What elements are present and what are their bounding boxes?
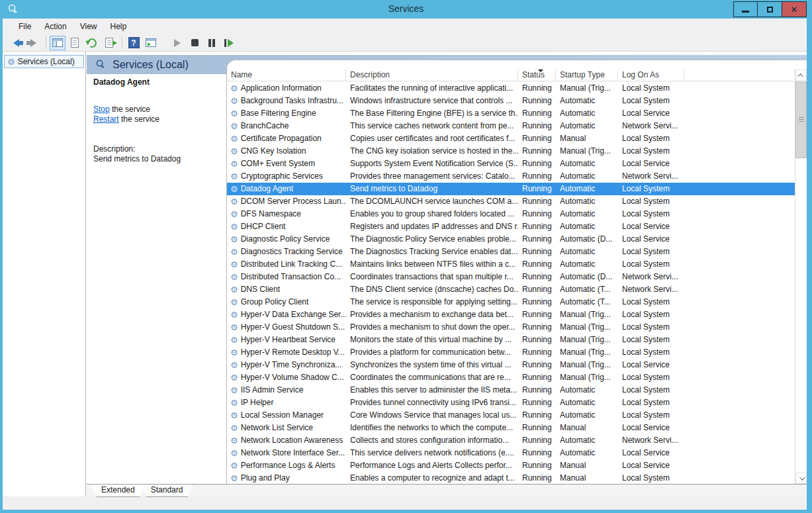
table-row[interactable]: ⚙Group Policy ClientThe service is respo…: [227, 296, 795, 308]
service-gear-icon: ⚙: [230, 310, 238, 319]
cell-status: Running: [518, 170, 556, 183]
table-row[interactable]: ⚙Application InformationFacilitates the …: [227, 82, 795, 95]
cell-name: ⚙Diagnostics Tracking Service: [227, 246, 346, 258]
table-row[interactable]: ⚙Performance Logs & AlertsPerformance Lo…: [227, 459, 795, 472]
show-action-pane-button[interactable]: [143, 36, 159, 50]
cell-log-on-as: Local System: [618, 308, 684, 321]
table-row[interactable]: ⚙DHCP ClientRegisters and updates IP add…: [227, 220, 795, 233]
service-name-label: Group Policy Client: [241, 296, 309, 308]
table-row[interactable]: ⚙BranchCacheThis service caches network …: [227, 120, 795, 132]
restart-service-button[interactable]: [221, 36, 237, 50]
column-header-startup-type[interactable]: Startup Type: [556, 70, 618, 81]
refresh-button[interactable]: [84, 36, 100, 50]
table-row[interactable]: ⚙Plug and PlayEnables a computer to reco…: [227, 472, 795, 484]
table-header: Name Description Status Startup Type Log…: [227, 70, 795, 81]
cell-log-on-as: Local System: [618, 371, 684, 384]
cell-name: ⚙DHCP Client: [227, 220, 346, 233]
minimize-icon: [742, 11, 749, 13]
table-row[interactable]: ⚙Distributed Transaction Co...Coordinate…: [227, 271, 795, 283]
cell-status: Running: [518, 334, 556, 346]
back-button[interactable]: [8, 36, 24, 50]
start-service-button[interactable]: [169, 36, 185, 50]
table-row[interactable]: ⚙DCOM Server Process Laun...The DCOMLAUN…: [227, 195, 795, 208]
forward-button[interactable]: [25, 36, 41, 50]
table-row[interactable]: ⚙Cryptographic ServicesProvides three ma…: [227, 170, 795, 183]
table-row[interactable]: ⚙Hyper-V Volume Shadow C...Coordinates t…: [227, 371, 795, 384]
cell-name: ⚙Hyper-V Guest Shutdown S...: [227, 321, 346, 334]
table-row[interactable]: ⚙Base Filtering EngineThe Base Filtering…: [227, 107, 795, 120]
scrollbar-thumb[interactable]: [795, 81, 807, 158]
table-row[interactable]: ⚙Network Location AwarenessCollects and …: [227, 434, 795, 447]
title-bar[interactable]: Services ✕: [0, 0, 812, 19]
table-row[interactable]: ⚙Hyper-V Remote Desktop V...Provides a p…: [227, 346, 795, 359]
table-row[interactable]: ⚙IP HelperProvides tunnel connectivity u…: [227, 396, 795, 409]
menu-item-file[interactable]: File: [12, 20, 38, 33]
column-header-name[interactable]: Name: [227, 70, 346, 81]
table-row[interactable]: ⚙COM+ Event SystemSupports System Event …: [227, 158, 795, 170]
cell-status: Running: [518, 145, 556, 158]
sidebar-item-services-local[interactable]: ⚙ Services (Local): [4, 55, 84, 68]
stop-service-button[interactable]: [187, 36, 203, 50]
cell-log-on-as: Local System: [618, 396, 684, 409]
stop-service-link[interactable]: Stop: [93, 105, 110, 114]
table-row[interactable]: ⚙Network List ServiceIdentifies the netw…: [227, 422, 795, 434]
table-row[interactable]: ⚙Hyper-V Heartbeat ServiceMonitors the s…: [227, 334, 795, 346]
cell-status: Running: [518, 183, 556, 195]
cell-startup-type: Automatic (D...: [556, 233, 618, 246]
properties-button[interactable]: [67, 36, 83, 50]
table-row[interactable]: ⚙CNG Key IsolationThe CNG key isolation …: [227, 145, 795, 158]
restart-service-link[interactable]: Restart: [93, 115, 119, 124]
maximize-button[interactable]: [758, 1, 782, 17]
table-row[interactable]: ⚙Diagnostic Policy ServiceThe Diagnostic…: [227, 233, 795, 246]
pause-service-button[interactable]: [204, 36, 220, 50]
panel-header-title: Services (Local): [113, 59, 189, 71]
menu-item-action[interactable]: Action: [38, 20, 73, 33]
cell-status: Running: [518, 371, 556, 384]
cell-log-on-as: Local Service: [618, 459, 684, 472]
cell-startup-type: Manual: [556, 422, 618, 434]
show-console-tree-button[interactable]: [50, 36, 66, 50]
help-button[interactable]: ?: [126, 36, 142, 50]
sort-descending-icon: [538, 70, 543, 72]
service-gear-icon: ⚙: [230, 398, 238, 407]
column-header-description[interactable]: Description: [346, 70, 518, 81]
minimize-button[interactable]: [733, 1, 758, 17]
cell-log-on-as: Network Servi...: [618, 283, 684, 296]
table-row[interactable]: ⚙DNS ClientThe DNS Client service (dnsca…: [227, 283, 795, 296]
service-name-label: Hyper-V Guest Shutdown S...: [241, 321, 345, 334]
table-row[interactable]: ⚙Datadog AgentSend metrics to DatadogRun…: [227, 183, 795, 195]
column-header-log-on-as[interactable]: Log On As: [618, 70, 684, 81]
cell-description: Coordinates the communications that are …: [346, 371, 518, 384]
cell-name: ⚙DCOM Server Process Laun...: [227, 195, 346, 208]
table-row[interactable]: ⚙Hyper-V Guest Shutdown S...Provides a m…: [227, 321, 795, 334]
tab-standard[interactable]: Standard: [140, 485, 194, 497]
table-row[interactable]: ⚙Network Store Interface Ser...This serv…: [227, 447, 795, 459]
column-header-status[interactable]: Status: [518, 70, 556, 81]
cell-status: Running: [518, 422, 556, 434]
table-row[interactable]: ⚙Background Tasks Infrastru...Windows in…: [227, 95, 795, 107]
service-name-label: Hyper-V Volume Shadow C...: [241, 371, 344, 384]
table-row[interactable]: ⚙Distributed Link Tracking C...Maintains…: [227, 258, 795, 271]
cell-status: Running: [518, 384, 556, 396]
export-list-button[interactable]: [101, 36, 117, 50]
service-name-label: Certificate Propagation: [241, 132, 322, 145]
table-row[interactable]: ⚙Diagnostics Tracking ServiceThe Diagnos…: [227, 246, 795, 258]
scroll-down-button[interactable]: [795, 473, 807, 484]
vertical-scrollbar[interactable]: [795, 70, 807, 484]
cell-status: Running: [518, 346, 556, 359]
cell-description: Enables you to group shared folders loca…: [346, 208, 518, 220]
cell-name: ⚙IP Helper: [227, 396, 346, 409]
table-row[interactable]: ⚙DFS NamespaceEnables you to group share…: [227, 208, 795, 220]
table-row[interactable]: ⚙Local Session ManagerCore Windows Servi…: [227, 409, 795, 422]
cell-name: ⚙Hyper-V Time Synchroniza...: [227, 359, 346, 371]
table-row[interactable]: ⚙Hyper-V Time Synchroniza...Synchronizes…: [227, 359, 795, 371]
close-button[interactable]: ✕: [782, 1, 807, 17]
table-row[interactable]: ⚙Hyper-V Data Exchange Ser...Provides a …: [227, 308, 795, 321]
menu-item-view[interactable]: View: [73, 20, 104, 33]
table-row[interactable]: ⚙IIS Admin ServiceEnables this server to…: [227, 384, 795, 396]
table-row[interactable]: ⚙Certificate PropagationCopies user cert…: [227, 132, 795, 145]
menu-item-help[interactable]: Help: [104, 20, 134, 33]
cell-name: ⚙Certificate Propagation: [227, 132, 346, 145]
tab-extended[interactable]: Extended: [91, 485, 146, 497]
scroll-up-button[interactable]: [795, 70, 807, 81]
